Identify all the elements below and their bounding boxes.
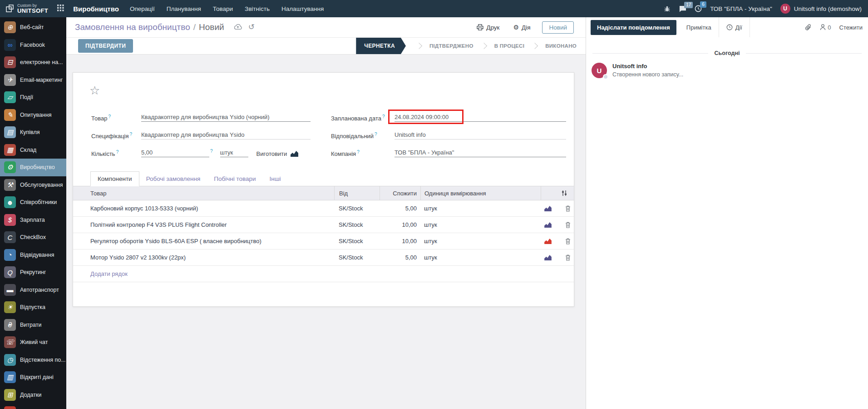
- user-avatar: U: [780, 4, 790, 14]
- component-row[interactable]: Мотор Ysido 2807 v2 1300kv (22px) SK/Sto…: [73, 249, 574, 266]
- sidebar-item-fleet[interactable]: ▬Автотранспорт: [0, 281, 66, 299]
- optional-columns-icon[interactable]: [561, 190, 567, 196]
- sidebar-item-recruitment[interactable]: QРекрутинг: [0, 264, 66, 281]
- stage-done[interactable]: ВИКОНАНО: [545, 43, 577, 49]
- messages-icon[interactable]: 17: [679, 5, 686, 12]
- top-right-cluster: 17 6 ТОВ "БПЛА - Україна" U Unitsoft inf…: [664, 4, 862, 14]
- log-note-button[interactable]: Примітка: [686, 24, 711, 31]
- sidebar-item-checkbox[interactable]: CCheckBox: [0, 229, 66, 246]
- quantity-input[interactable]: 5,00: [141, 149, 209, 157]
- col-header-product[interactable]: Товар: [73, 186, 334, 200]
- col-header-uom[interactable]: Одиниця вимірювання: [420, 186, 541, 200]
- sidebar-item-expenses[interactable]: ₴Витрати: [0, 316, 66, 334]
- tab-byproducts[interactable]: Побічні товари: [207, 172, 262, 186]
- company-label: Компанія?: [331, 150, 395, 157]
- bom-field: Специфікація? Квадракоптер для виробницт…: [91, 131, 311, 140]
- sidebar-item-time-off[interactable]: ☀Відпустка: [0, 299, 66, 316]
- help-mark: ?: [130, 132, 133, 137]
- scheduled-date-input[interactable]: 24.08.2024 09:00:00: [395, 114, 566, 122]
- tab-components[interactable]: Компоненти: [90, 171, 139, 186]
- sidebar-item-maintenance[interactable]: ⚒Обслуговування: [0, 176, 66, 194]
- tab-work-orders[interactable]: Робочі замовлення: [139, 172, 207, 186]
- product-input[interactable]: Квадракоптер для виробництва Ysido (чорн…: [141, 114, 311, 122]
- breadcrumb-parent-link[interactable]: Замовлення на виробництво: [75, 22, 190, 32]
- confirm-button[interactable]: ПІДТВЕРДИТИ: [78, 39, 133, 53]
- menu-operations[interactable]: Операції: [130, 5, 155, 12]
- sidebar-item-apps[interactable]: ⊞Додатки: [0, 386, 66, 404]
- sidebar-item-inventory[interactable]: ▦Склад: [0, 141, 66, 159]
- tab-misc[interactable]: Інші: [263, 172, 288, 186]
- unitsoft-logo[interactable]: Custom by UNITSOFT: [5, 4, 48, 14]
- company-switcher[interactable]: ТОВ "БПЛА - Україна": [710, 5, 772, 12]
- apps-grid-icon[interactable]: [57, 5, 64, 13]
- sidebar-item-manufacturing[interactable]: ⚙Виробництво: [0, 159, 66, 176]
- purchase-app-icon: ▤: [4, 126, 16, 138]
- email-marketing-app-icon: ✈: [4, 74, 16, 86]
- sidebar-item-facebook[interactable]: ∞Facebook: [0, 36, 66, 54]
- delete-row-icon[interactable]: [565, 205, 571, 212]
- col-header-from[interactable]: Від: [334, 186, 380, 200]
- follow-button[interactable]: Стежити: [839, 24, 863, 31]
- uom-input[interactable]: штук: [220, 149, 248, 157]
- new-button[interactable]: Новий: [542, 21, 574, 34]
- print-button[interactable]: Друк: [477, 24, 499, 31]
- stage-in-progress[interactable]: В ПРОЦЕСІ: [494, 43, 525, 49]
- responsible-input[interactable]: Unitsoft info: [395, 131, 566, 140]
- menu-planning[interactable]: Планування: [167, 5, 201, 12]
- component-row[interactable]: Карбоновий корпус 1013-5333 (чорний) SK/…: [73, 200, 574, 217]
- menu-reporting[interactable]: Звітність: [245, 5, 270, 12]
- discard-undo-icon[interactable]: ↺: [248, 23, 255, 31]
- favorite-star-icon[interactable]: ☆: [89, 85, 100, 96]
- forecast-chart-icon[interactable]: [544, 206, 552, 211]
- add-line-link[interactable]: Додати рядок: [73, 266, 574, 282]
- toolbar-divider: [719, 17, 719, 37]
- sidebar-item-tracking[interactable]: ◷Відстеження по...: [0, 351, 66, 369]
- col-header-to-consume[interactable]: Спожити: [380, 186, 420, 200]
- save-cloud-icon[interactable]: [234, 24, 242, 30]
- date-divider: Сьогодні: [586, 50, 868, 56]
- sidebar-item-website[interactable]: ⊕Веб-сайт: [0, 19, 66, 36]
- sidebar-item-purchase[interactable]: ▤Купівля: [0, 124, 66, 141]
- sidebar-item-email-marketing[interactable]: ✈Email-маркетинг: [0, 71, 66, 89]
- delete-row-icon[interactable]: [565, 222, 571, 228]
- sidebar-item-surveys[interactable]: ✎Опитування: [0, 106, 66, 124]
- sidebar-item-employees[interactable]: ☻Співробітники: [0, 194, 66, 211]
- sidebar-item-elearning[interactable]: ⊟електронне на...: [0, 54, 66, 71]
- send-message-button[interactable]: Надіслати повідомлення: [591, 20, 676, 35]
- followers-count: 0: [828, 24, 831, 31]
- component-row[interactable]: Політний контролер F4 V3S PLUS Flight Co…: [73, 217, 574, 233]
- component-product: Регулятор оборотів Ysido BLS-60A ESP ( в…: [73, 238, 334, 244]
- produce-button[interactable]: Виготовити: [256, 150, 299, 157]
- delete-row-icon[interactable]: [565, 238, 571, 244]
- message-body: Створення нового запису...: [612, 71, 683, 78]
- delete-row-icon[interactable]: [565, 254, 571, 261]
- chatter-toolbar: Надіслати повідомлення Примітка Дії 0 Ст…: [586, 17, 868, 37]
- bom-input[interactable]: Квадракоптер для виробництва Ysido: [141, 131, 311, 140]
- sidebar-item-events[interactable]: ▱Події: [0, 89, 66, 106]
- sidebar-item-open-data[interactable]: ▥Відкриті дані: [0, 369, 66, 386]
- activities-button[interactable]: Дії: [726, 24, 742, 31]
- avatar-letter: U: [597, 67, 602, 75]
- user-menu[interactable]: U Unitsoft info (demoshow): [780, 4, 862, 14]
- company-input[interactable]: ТОВ "БПЛА - Україна": [395, 149, 566, 157]
- activities-clock-icon[interactable]: 6: [695, 5, 702, 12]
- stage-draft[interactable]: ЧЕРНЕТКА: [356, 38, 406, 54]
- activities-badge: 6: [700, 1, 706, 8]
- attachment-paperclip-icon[interactable]: [805, 24, 812, 31]
- menu-products[interactable]: Товари: [213, 5, 233, 12]
- sidebar-item-settings[interactable]: ⚙Налаштування: [0, 404, 66, 409]
- help-mark: ?: [210, 149, 213, 154]
- menu-settings[interactable]: Налаштування: [281, 5, 324, 12]
- debug-bug-icon[interactable]: [664, 5, 671, 12]
- action-menu-button[interactable]: ⚙ Дія: [513, 24, 530, 31]
- sidebar-item-attendances[interactable]: ◔Відвідування: [0, 246, 66, 264]
- stage-confirmed[interactable]: ПІДТВЕРДЖЕНО: [429, 43, 473, 49]
- responsible-label: Відповідальний?: [331, 132, 395, 140]
- component-row[interactable]: Регулятор оборотів Ysido BLS-60A ESP ( в…: [73, 233, 574, 249]
- forecast-chart-icon[interactable]: [544, 255, 552, 260]
- followers-button[interactable]: 0: [820, 24, 831, 31]
- forecast-chart-icon[interactable]: [544, 222, 552, 228]
- sidebar-item-livechat[interactable]: ☏Живий чат: [0, 334, 66, 351]
- sidebar-item-payroll[interactable]: $Зарплата: [0, 211, 66, 229]
- forecast-chart-icon-warning[interactable]: [544, 239, 552, 244]
